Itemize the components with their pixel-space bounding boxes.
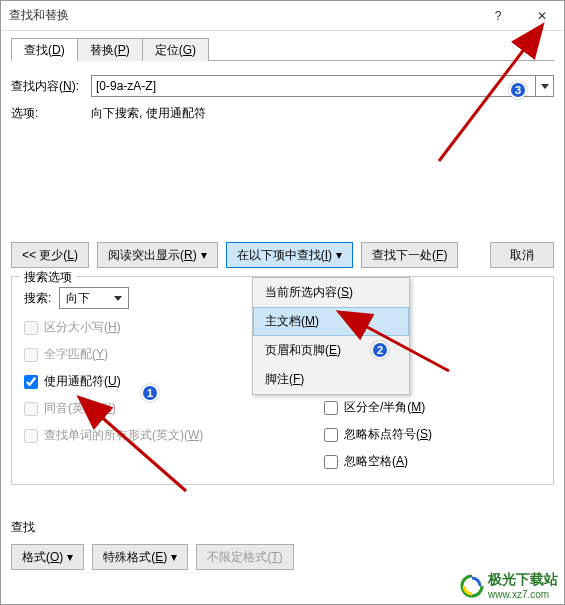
find-content-input[interactable] <box>92 76 535 96</box>
annotation-badge-3: 3 <box>509 81 527 99</box>
half-full-checkbox[interactable]: 区分全/半角(M) <box>324 399 541 416</box>
help-button[interactable]: ? <box>476 1 520 31</box>
reading-highlight-button[interactable]: 阅读突出显示(R)▾ <box>97 242 218 268</box>
tab-bar: 查找(D) 替换(P) 定位(G) <box>11 37 554 61</box>
search-options-legend: 搜索选项 <box>20 269 76 286</box>
watermark-text: 极光下载站 <box>488 571 558 589</box>
menu-main-document[interactable]: 主文档(M) <box>253 307 409 336</box>
find-format-legend: 查找 <box>11 519 554 536</box>
close-button[interactable]: ✕ <box>520 1 564 31</box>
find-content-label: 查找内容(N): <box>11 78 91 95</box>
ignore-space-checkbox[interactable]: 忽略空格(A) <box>324 453 541 470</box>
titlebar: 查找和替换 ? ✕ <box>1 1 564 31</box>
special-format-button[interactable]: 特殊格式(E)▾ <box>92 544 188 570</box>
find-content-input-combo <box>91 75 554 97</box>
find-next-button[interactable]: 查找下一处(F) <box>361 242 458 268</box>
chevron-down-icon: ▾ <box>201 248 207 262</box>
chevron-down-icon <box>541 84 549 89</box>
options-row: 选项: 向下搜索, 使用通配符 <box>11 105 554 122</box>
options-value: 向下搜索, 使用通配符 <box>91 105 206 122</box>
watermark-icon <box>460 574 484 598</box>
no-format-button[interactable]: 不限定格式(T) <box>196 544 293 570</box>
less-button[interactable]: << 更少(L) <box>11 242 89 268</box>
tab-replace[interactable]: 替换(P) <box>77 38 143 61</box>
format-button[interactable]: 格式(O)▾ <box>11 544 84 570</box>
search-direction-label: 搜索: <box>24 290 51 307</box>
menu-footnotes[interactable]: 脚注(F) <box>253 365 409 394</box>
annotation-badge-2: 2 <box>371 341 389 359</box>
find-in-dropdown-menu: 当前所选内容(S) 主文档(M) 页眉和页脚(E) 脚注(F) <box>252 277 410 395</box>
find-replace-dialog: 查找和替换 ? ✕ 查找(D) 替换(P) 定位(G) 查找内容(N): <box>0 0 565 605</box>
chevron-down-icon: ▾ <box>171 550 177 564</box>
options-label: 选项: <box>11 105 91 122</box>
annotation-badge-1: 1 <box>141 384 159 402</box>
watermark-url: www.xz7.com <box>488 589 558 600</box>
find-content-dropdown[interactable] <box>535 76 553 96</box>
tab-goto[interactable]: 定位(G) <box>142 38 209 61</box>
cancel-button[interactable]: 取消 <box>490 242 554 268</box>
find-content-row: 查找内容(N): <box>11 75 554 97</box>
menu-current-selection[interactable]: 当前所选内容(S) <box>253 278 409 307</box>
chevron-down-icon: ▾ <box>336 248 342 262</box>
main-button-row: << 更少(L) 阅读突出显示(R)▾ 在以下项中查找(I)▾ 查找下一处(F)… <box>11 242 554 268</box>
all-forms-checkbox[interactable]: 查找单词的所有形式(英文)(W) <box>24 427 324 444</box>
watermark: 极光下载站 www.xz7.com <box>460 571 558 600</box>
sounds-like-checkbox[interactable]: 同音(英文)(K) <box>24 400 324 417</box>
search-direction-select[interactable]: 向下 <box>59 287 129 309</box>
find-format-buttons: 格式(O)▾ 特殊格式(E)▾ 不限定格式(T) <box>11 544 554 570</box>
dialog-title: 查找和替换 <box>9 7 476 24</box>
tab-find[interactable]: 查找(D) <box>11 38 78 61</box>
ignore-punct-checkbox[interactable]: 忽略标点符号(S) <box>324 426 541 443</box>
chevron-down-icon: ▾ <box>67 550 73 564</box>
find-format-section: 查找 格式(O)▾ 特殊格式(E)▾ 不限定格式(T) <box>11 519 554 570</box>
chevron-down-icon <box>114 296 122 301</box>
find-in-button[interactable]: 在以下项中查找(I)▾ <box>226 242 353 268</box>
